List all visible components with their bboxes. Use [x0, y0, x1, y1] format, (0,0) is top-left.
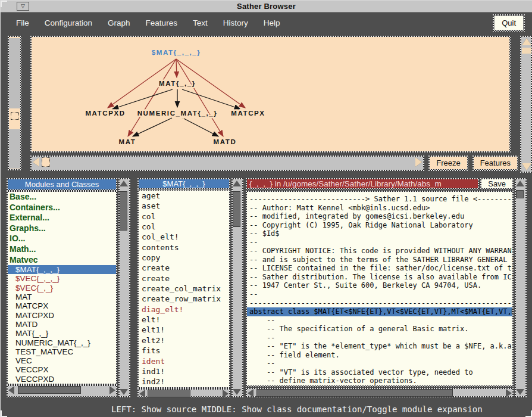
feature-item[interactable]: aget	[139, 191, 229, 201]
source-vscrollbar[interactable]	[515, 178, 527, 397]
feature-item[interactable]: col_elt!	[139, 232, 229, 242]
feature-item[interactable]: create	[139, 263, 229, 273]
code-line[interactable]: ---------------------------> Sather 1.1 …	[249, 195, 512, 204]
features-vscrollbar[interactable]	[231, 178, 243, 397]
modules-hscrollbar[interactable]	[7, 385, 117, 397]
graph-left-scrollbar-thumb-top[interactable]	[9, 38, 20, 108]
modules-vscrollbar-track[interactable]	[120, 179, 129, 396]
source-vscrollbar-thumb[interactable]	[516, 190, 524, 198]
scroll-left-arrow-icon[interactable]	[139, 390, 145, 398]
graph-node[interactable]: NUMERIC_MAT{_,_}	[137, 110, 218, 117]
code-line[interactable]: --	[249, 359, 512, 368]
graph-hscrollbar[interactable]	[30, 155, 424, 171]
class-item[interactable]: VEC	[8, 356, 116, 365]
source-hscrollbar[interactable]	[246, 388, 514, 397]
scroll-down-arrow-icon[interactable]	[233, 389, 241, 395]
code-line[interactable]: --	[249, 334, 512, 343]
scroll-right-arrow-icon[interactable]	[415, 157, 422, 167]
module-item[interactable]: Containers...	[8, 203, 116, 213]
graph-left-scrollbar[interactable]	[8, 36, 21, 170]
features-hscrollbar[interactable]	[137, 388, 230, 397]
graph-hscrollbar-thumb[interactable]	[42, 157, 50, 167]
class-graph[interactable]: $MAT{_,_,_}MAT{_,_}MATCPXDNUMERIC_MAT{_,…	[32, 37, 509, 151]
features-hscrollbar-thumb[interactable]	[148, 390, 190, 397]
class-item[interactable]: $VEC{_,_,_}	[8, 274, 116, 283]
graph-node[interactable]: $MAT{_,_,_}	[152, 49, 201, 56]
menu-item-features[interactable]: Features	[146, 16, 177, 30]
feature-item[interactable]: elt1!	[139, 325, 229, 335]
features-vscrollbar-track[interactable]	[233, 179, 242, 396]
class-item[interactable]: $MAT{_,_,_}	[8, 265, 116, 274]
class-item[interactable]: MATCPXD	[8, 311, 116, 320]
scroll-right-arrow-icon[interactable]	[109, 386, 115, 394]
features-button[interactable]: Features	[474, 157, 517, 169]
code-line[interactable]: -- modified, integrated by gomes@icsi.be…	[249, 212, 512, 221]
feature-item[interactable]: create_col_matrix	[139, 284, 229, 294]
menu-item-graph[interactable]: Graph	[108, 16, 130, 30]
graph-node[interactable]: MAT	[119, 138, 136, 145]
graph-vscrollbar-thumb[interactable]	[522, 48, 531, 54]
code-line[interactable]: -- Author: Matt Kennel <mbk@inls.ucsd.ed…	[249, 204, 512, 213]
feature-item[interactable]: ident	[139, 356, 229, 366]
code-line[interactable]: -- Copyright (C) 1995, Oak Ridge Nationa…	[249, 221, 512, 230]
graph-vscrollbar[interactable]	[520, 36, 532, 173]
feature-item[interactable]: elt2!	[139, 335, 229, 346]
scroll-up-arrow-icon[interactable]	[522, 38, 531, 45]
modules-list[interactable]: Base...Containers...External...Graphs...…	[8, 192, 116, 384]
modules-vscrollbar[interactable]	[118, 178, 130, 397]
source-vscrollbar-track[interactable]	[516, 179, 525, 396]
graph-left-scrollbar-thumb-bottom[interactable]	[9, 129, 20, 169]
scroll-down-arrow-icon[interactable]	[120, 389, 128, 395]
code-line[interactable]: --	[249, 238, 512, 247]
class-item[interactable]: VECCPX	[8, 365, 116, 374]
feature-item[interactable]: ind1!	[139, 366, 229, 376]
features-hscrollbar-track[interactable]	[139, 390, 229, 396]
save-button[interactable]: Save	[481, 179, 512, 188]
feature-item[interactable]: col	[139, 222, 229, 232]
features-vscrollbar-thumb[interactable]	[233, 191, 240, 227]
code-line[interactable]: -- Sather distribution. The license is a…	[249, 273, 512, 282]
modules-hscrollbar-thumb[interactable]	[18, 386, 81, 394]
source-hscrollbar-thumb[interactable]	[256, 389, 453, 397]
code-line[interactable]: -- field element.	[249, 351, 512, 360]
module-item[interactable]: Math...	[8, 244, 116, 255]
feature-item[interactable]: elt!	[139, 315, 229, 325]
source-code-area[interactable]: ---------------------------> Sather 1.1 …	[247, 192, 512, 385]
code-line[interactable]: --	[249, 316, 512, 325]
feature-item[interactable]: copy	[139, 253, 229, 263]
feature-item[interactable]: ind2!	[139, 376, 229, 387]
code-line[interactable]: -- The specification of a general Basic …	[249, 325, 512, 334]
source-hscrollbar-track[interactable]	[247, 389, 512, 396]
class-item[interactable]: MAT	[8, 292, 116, 301]
freeze-button[interactable]: Freeze	[430, 157, 467, 169]
scroll-down-arrow-icon[interactable]	[516, 389, 524, 395]
menu-item-history[interactable]: History	[223, 16, 248, 30]
code-line[interactable]: --	[249, 290, 512, 299]
scroll-left-arrow-icon[interactable]	[8, 386, 14, 394]
scroll-up-arrow-icon[interactable]	[516, 181, 524, 186]
graph-left-scrollbar-track[interactable]	[9, 37, 20, 169]
feature-item[interactable]: aset	[139, 201, 229, 211]
class-item[interactable]: NUMERIC_MAT{_,_}	[8, 338, 116, 347]
menu-item-file[interactable]: File	[16, 16, 29, 30]
code-line[interactable]: -- COPYRIGHT NOTICE: This code is provid…	[249, 247, 512, 256]
scroll-down-arrow-icon[interactable]	[522, 163, 531, 170]
scroll-right-arrow-icon[interactable]	[223, 390, 229, 398]
class-item[interactable]: TEST_MATVEC	[8, 347, 116, 356]
class-item[interactable]: VECCPXD	[8, 375, 116, 384]
module-item[interactable]: Matvec	[8, 255, 116, 266]
code-line[interactable]: -- "ET" is the *element_type* which must…	[249, 342, 512, 351]
code-line[interactable]: -- 1947 Center St., Suite 600, Berkeley …	[249, 281, 512, 290]
modules-hscrollbar-track[interactable]	[8, 386, 116, 396]
class-graph-canvas[interactable]: $MAT{_,_,_}MAT{_,_}MATCPXDNUMERIC_MAT{_,…	[32, 37, 509, 151]
scroll-right-arrow-icon[interactable]	[506, 389, 512, 397]
graph-node[interactable]: MATCPX	[231, 110, 265, 117]
module-item[interactable]: Graphs...	[8, 223, 116, 234]
modules-vscrollbar-thumb[interactable]	[120, 191, 127, 231]
graph-node[interactable]: MAT{_,_}	[159, 80, 196, 87]
code-line[interactable]: -- "VT" is its associated vector type, n…	[249, 368, 512, 377]
module-item[interactable]: External...	[8, 213, 116, 223]
titlebar[interactable]: ▽ Sather Browser	[1, 1, 532, 13]
code-line[interactable]: -- LICENSE contained in the file: sather…	[249, 264, 512, 273]
code-line[interactable]: -- define matrix-vector operations.	[249, 376, 512, 385]
